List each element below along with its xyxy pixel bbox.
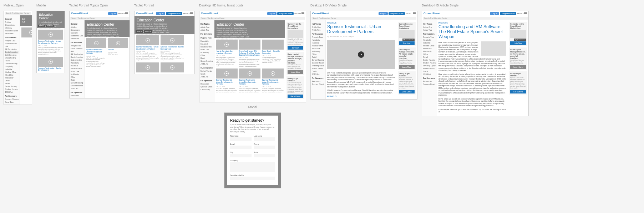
sidebar-item[interactable]: Entire Portfolio bbox=[71, 47, 83, 50]
hero-pill[interactable]: SEARCH bbox=[46, 25, 54, 27]
sidebar-item[interactable]: Newsletter bbox=[71, 37, 83, 40]
card-title[interactable]: Crowdfunding and IRM Software: The Real … bbox=[239, 50, 261, 56]
sidebar-item[interactable]: Mixed Use bbox=[201, 48, 213, 51]
phone-input[interactable] bbox=[254, 146, 275, 149]
menu-label[interactable]: MENU bbox=[406, 12, 412, 15]
card-image[interactable] bbox=[262, 69, 284, 78]
previous-link[interactable]: PREVIOUS bbox=[437, 20, 508, 24]
hero-pill[interactable]: TOPICS bbox=[38, 25, 45, 27]
get-demo-button[interactable]: Get a Demo bbox=[288, 95, 303, 98]
sidebar-item[interactable]: Mixed Use bbox=[423, 47, 436, 50]
sidebar-item[interactable]: Newsletter bbox=[5, 32, 19, 35]
register-button[interactable]: Register Now bbox=[166, 12, 182, 15]
card-title[interactable]: Sponsor Testimonial - Santfle Developmen… bbox=[38, 67, 63, 71]
sidebar-item[interactable]: Resources bbox=[201, 82, 213, 85]
sidebar-item[interactable]: Multifamily bbox=[423, 50, 436, 53]
card-title[interactable]: Case Study - Dinsdale Associates bbox=[262, 50, 284, 54]
sidebar-item[interactable]: Market Trends bbox=[312, 67, 324, 70]
sidebar-subheading[interactable]: Property Type bbox=[201, 36, 213, 39]
logo[interactable]: CrowdStreet bbox=[136, 12, 153, 15]
sidebar-item[interactable]: Office bbox=[312, 53, 324, 56]
sidebar-item[interactable]: Case Study bbox=[201, 88, 213, 91]
sidebar-item[interactable]: Medical Office bbox=[71, 67, 83, 70]
sidebar-item[interactable]: Articles bbox=[71, 26, 83, 29]
join-now-button[interactable]: Join Now bbox=[399, 41, 415, 45]
sidebar-item[interactable]: Property Type bbox=[312, 36, 324, 39]
sidebar-item[interactable]: Retail bbox=[423, 56, 436, 59]
sidebar-item[interactable]: Investing Options bbox=[312, 64, 324, 67]
card-title[interactable]: Sponsor Testimonial - Santfle Developmen… bbox=[161, 46, 184, 50]
search-input[interactable]: Search The Education Center bbox=[423, 17, 528, 20]
sidebar-item[interactable]: Medical Office bbox=[312, 44, 324, 47]
sidebar-item[interactable]: Office bbox=[5, 79, 19, 82]
sidebar-item[interactable]: Debt Investing bbox=[71, 59, 83, 61]
sidebar-subheading[interactable]: Investing Options bbox=[201, 66, 213, 69]
sidebar-item[interactable]: Retail bbox=[5, 82, 19, 85]
sidebar-item[interactable]: Credit bbox=[201, 72, 213, 75]
first-name-input[interactable] bbox=[230, 137, 252, 141]
join-now-button[interactable]: Join Now bbox=[288, 46, 303, 50]
login-button[interactable]: Log In bbox=[490, 12, 500, 15]
login-button[interactable]: Log In bbox=[156, 12, 166, 15]
card-image[interactable] bbox=[239, 40, 261, 50]
search-input[interactable]: Search The Education Center bbox=[200, 17, 305, 20]
sidebar-item[interactable]: Sponsor Direct bbox=[312, 83, 324, 86]
sidebar-item[interactable]: Sponsor Direct bbox=[423, 83, 436, 86]
sidebar-item[interactable]: Discussions bbox=[5, 24, 19, 26]
register-button[interactable]: Register Now bbox=[277, 12, 294, 15]
card-title[interactable]: Sponso... bbox=[108, 49, 128, 51]
sidebar-item[interactable]: Hospitality bbox=[423, 39, 436, 41]
card-image[interactable] bbox=[216, 69, 238, 78]
sidebar-item[interactable]: Sponsor Showcase bbox=[5, 98, 19, 101]
search-input[interactable]: Search The Education Center bbox=[70, 17, 129, 20]
sidebar-item[interactable]: Credit bbox=[423, 70, 436, 73]
sidebar-item[interactable]: JOBS Act bbox=[5, 91, 19, 93]
sidebar-item[interactable]: Medical Office bbox=[423, 44, 436, 47]
sidebar-item[interactable]: Student Housing bbox=[71, 84, 83, 87]
sidebar-item[interactable]: Industrial bbox=[5, 68, 19, 71]
sidebar-item[interactable]: Articles bbox=[5, 21, 19, 24]
sidebar-item[interactable]: Hospitality bbox=[201, 40, 213, 42]
sidebar-item[interactable]: Analyze Risk bbox=[5, 39, 19, 42]
sidebar-item[interactable]: Equity Investing bbox=[71, 56, 83, 59]
my-investments-button[interactable]: My Investments bbox=[514, 39, 526, 41]
sidebar-item[interactable]: Retail bbox=[201, 57, 213, 60]
sidebar-item[interactable]: JOBS Act bbox=[201, 62, 213, 65]
sidebar-item[interactable]: Medical Office bbox=[5, 71, 19, 73]
card-image[interactable] bbox=[161, 62, 184, 72]
sidebar-item[interactable]: Sponsor Direct bbox=[201, 85, 213, 88]
card-image[interactable] bbox=[38, 30, 63, 40]
sidebar-item[interactable]: JOBS Act bbox=[201, 75, 213, 78]
logo[interactable]: CrowdStreet bbox=[201, 12, 218, 15]
sidebar-item[interactable]: Student Housing bbox=[5, 88, 19, 91]
hamburger-icon[interactable] bbox=[524, 12, 527, 15]
city-input[interactable] bbox=[230, 154, 252, 157]
sidebar-item[interactable]: RE Syndication bbox=[71, 53, 83, 56]
menu-label[interactable]: MENU bbox=[183, 12, 189, 15]
sidebar-item[interactable]: JOBS Act bbox=[312, 73, 324, 76]
sidebar-item-selected[interactable]: Equity Investing bbox=[5, 51, 19, 54]
previous-link[interactable]: PREVIOUS bbox=[326, 20, 396, 24]
sidebar-item[interactable]: Industrial bbox=[312, 41, 324, 44]
sidebar-item[interactable]: Senior Housing bbox=[5, 85, 19, 88]
login-button[interactable]: Log In bbox=[267, 12, 277, 15]
sidebar-item[interactable]: Senior Housing bbox=[312, 59, 324, 61]
search-input[interactable]: Search The Education Center bbox=[311, 17, 416, 20]
sidebar-item[interactable]: Credit bbox=[312, 70, 324, 73]
sidebar-item[interactable]: Glossary bbox=[5, 26, 19, 29]
sidebar-item[interactable]: IRR bbox=[5, 45, 19, 48]
sidebar-item[interactable]: Mezzanine Debt bbox=[5, 29, 19, 32]
logo[interactable]: CrowdStreet bbox=[71, 12, 88, 15]
sidebar-item[interactable]: IRR bbox=[71, 50, 83, 53]
login-button[interactable]: Log In bbox=[379, 12, 388, 15]
email-input[interactable] bbox=[230, 146, 252, 149]
sidebar-item[interactable]: Mixed Use bbox=[312, 47, 324, 50]
sidebar-item[interactable]: Mezzanine Debt bbox=[71, 34, 83, 37]
sidebar-item[interactable]: Article One bbox=[423, 26, 436, 29]
sidebar-item[interactable]: Mixed Use bbox=[71, 70, 83, 73]
sidebar-item[interactable]: Property Type bbox=[423, 36, 436, 39]
sidebar-item[interactable]: JOBS Act bbox=[423, 73, 436, 76]
sidebar-item[interactable]: Article Two bbox=[312, 29, 324, 31]
menu-label[interactable]: MENU bbox=[517, 12, 523, 15]
sidebar-item[interactable]: Article One bbox=[312, 26, 324, 29]
